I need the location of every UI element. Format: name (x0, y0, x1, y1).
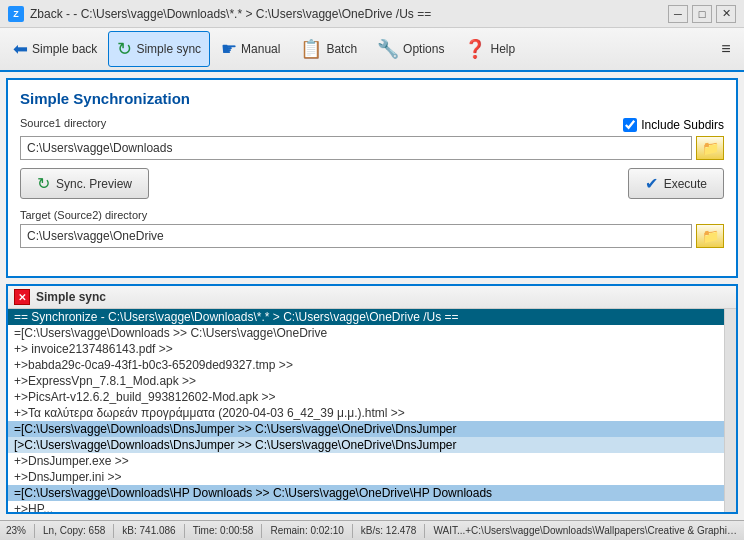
log-lines-container: == Synchronize - C:\Users\vagge\Download… (8, 309, 724, 512)
include-subdirs-checkbox[interactable] (623, 118, 637, 132)
log-line: +>DnsJumper.exe >> (8, 453, 724, 469)
execute-icon: ✔ (645, 174, 658, 193)
log-line: +> invoice2137486143.pdf >> (8, 341, 724, 357)
simple-sync-label: Simple sync (136, 42, 201, 56)
action-row: ↻ Sync. Preview ✔ Execute (20, 168, 724, 199)
source1-input-row: 📁 (20, 136, 724, 160)
toolbar-help[interactable]: ❓ Help (455, 31, 524, 67)
sync-preview-icon: ↻ (37, 174, 50, 193)
manual-label: Manual (241, 42, 280, 56)
window-title: Zback - - C:\Users\vagge\Downloads\*.* >… (30, 7, 431, 21)
app-window: Z Zback - - C:\Users\vagge\Downloads\*.*… (0, 0, 744, 540)
status-bar: 23% Ln, Copy: 658 kB: 741.086 Time: 0:00… (0, 520, 744, 540)
panel-title: Simple Synchronization (20, 90, 724, 107)
status-mode: Ln, Copy: 658 (43, 525, 105, 536)
status-sep5 (352, 524, 353, 538)
status-sep1 (34, 524, 35, 538)
target-label: Target (Source2) directory (20, 209, 724, 221)
toolbar-batch[interactable]: 📋 Batch (291, 31, 366, 67)
toolbar-simple-sync[interactable]: ↻ Simple sync (108, 31, 210, 67)
log-line: == Synchronize - C:\Users\vagge\Download… (8, 309, 724, 325)
toolbar-menu-button[interactable]: ≡ (712, 35, 740, 63)
simple-sync-icon: ↻ (117, 38, 132, 60)
help-icon: ❓ (464, 38, 486, 60)
log-line: +>ExpressVpn_7.8.1_Mod.apk >> (8, 373, 724, 389)
minimize-button[interactable]: ─ (668, 5, 688, 23)
log-line: +>babda29c-0ca9-43f1-b0c3-65209ded9327.t… (8, 357, 724, 373)
status-remain: Remain: 0:02:10 (270, 525, 343, 536)
log-line: +>HP... (8, 501, 724, 512)
status-wait: WAIT...+C:\Users\vagge\Downloads\Wallpap… (433, 525, 738, 536)
log-line: +>PicsArt-v12.6.2_build_993812602-Mod.ap… (8, 389, 724, 405)
status-kb: kB: 741.086 (122, 525, 175, 536)
options-label: Options (403, 42, 444, 56)
close-button[interactable]: ✕ (716, 5, 736, 23)
main-panel: Simple Synchronization Source1 directory… (6, 78, 738, 278)
include-subdirs-label: Include Subdirs (641, 118, 724, 132)
title-bar-controls: ─ □ ✕ (668, 5, 736, 23)
source1-input[interactable] (20, 136, 692, 160)
title-bar: Z Zback - - C:\Users\vagge\Downloads\*.*… (0, 0, 744, 28)
status-percent: 23% (6, 525, 26, 536)
status-sep4 (261, 524, 262, 538)
batch-label: Batch (326, 42, 357, 56)
title-bar-left: Z Zback - - C:\Users\vagge\Downloads\*.*… (8, 6, 431, 22)
simple-back-icon: ⬅ (13, 38, 28, 60)
log-close-button[interactable]: ✕ (14, 289, 30, 305)
source1-label: Source1 directory (20, 117, 106, 129)
app-icon: Z (8, 6, 24, 22)
log-title: Simple sync (36, 290, 106, 304)
log-title-bar: ✕ Simple sync (8, 286, 736, 309)
options-icon: 🔧 (377, 38, 399, 60)
include-subdirs-section: Include Subdirs (623, 118, 724, 132)
toolbar-simple-back[interactable]: ⬅ Simple back (4, 31, 106, 67)
log-line: [>C:\Users\vagge\Downloads\DnsJumper >> … (8, 437, 724, 453)
batch-icon: 📋 (300, 38, 322, 60)
status-sep2 (113, 524, 114, 538)
toolbar-options[interactable]: 🔧 Options (368, 31, 453, 67)
status-time: Time: 0:00:58 (193, 525, 254, 536)
toolbar-manual[interactable]: ☛ Manual (212, 31, 289, 67)
target-input[interactable] (20, 224, 692, 248)
execute-label: Execute (664, 177, 707, 191)
target-browse-button[interactable]: 📁 (696, 224, 724, 248)
source-label-row: Source1 directory Include Subdirs (20, 117, 724, 132)
log-line: +>Τα καλύτερα δωρεάν προγράμματα (2020-0… (8, 405, 724, 421)
execute-button[interactable]: ✔ Execute (628, 168, 724, 199)
manual-icon: ☛ (221, 38, 237, 60)
log-line: +>DnsJumper.ini >> (8, 469, 724, 485)
log-line: =[C:\Users\vagge\Downloads\DnsJumper >> … (8, 421, 724, 437)
toolbar: ⬅ Simple back ↻ Simple sync ☛ Manual 📋 B… (0, 28, 744, 72)
log-scrollbar[interactable] (724, 309, 736, 512)
sync-preview-button[interactable]: ↻ Sync. Preview (20, 168, 149, 199)
source1-browse-button[interactable]: 📁 (696, 136, 724, 160)
log-scroll-area: == Synchronize - C:\Users\vagge\Download… (8, 309, 736, 512)
log-section: ✕ Simple sync == Synchronize - C:\Users\… (0, 284, 744, 520)
log-line: =[C:\Users\vagge\Downloads\HP Downloads … (8, 485, 724, 501)
target-input-row: 📁 (20, 224, 724, 248)
log-panel: ✕ Simple sync == Synchronize - C:\Users\… (6, 284, 738, 514)
status-kbs: kB/s: 12.478 (361, 525, 417, 536)
simple-back-label: Simple back (32, 42, 97, 56)
status-sep3 (184, 524, 185, 538)
sync-preview-label: Sync. Preview (56, 177, 132, 191)
maximize-button[interactable]: □ (692, 5, 712, 23)
help-label: Help (490, 42, 515, 56)
status-sep6 (424, 524, 425, 538)
log-line: =[C:\Users\vagge\Downloads >> C:\Users\v… (8, 325, 724, 341)
